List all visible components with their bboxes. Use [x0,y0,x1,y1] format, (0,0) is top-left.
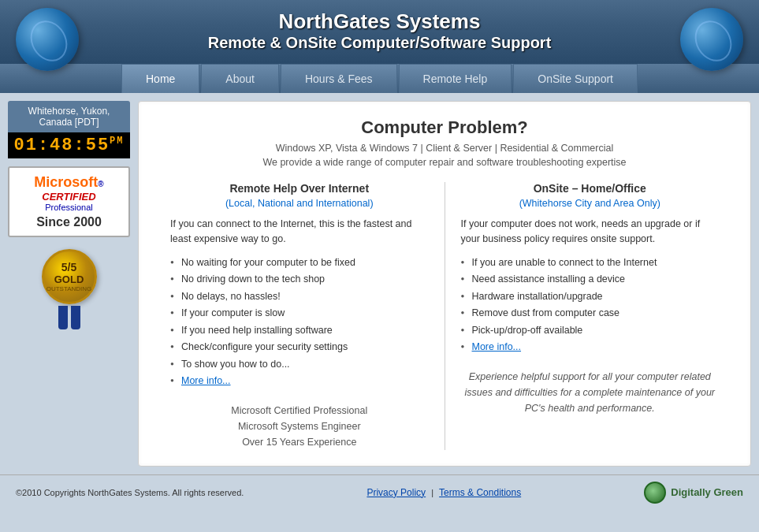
clock-time: 01:48:55 [13,136,110,155]
page-footer: ©2010 Copyrights NorthGates Systems. All… [0,474,759,510]
site-subtitle: Remote & OnSite Computer/Software Suppor… [16,34,743,52]
list-item: Need assistance installing a device [461,271,720,288]
list-item: Check/configure your security settings [170,339,429,356]
dg-badge: Digitally Green [644,482,743,504]
list-item: Pick-up/drop-off available [461,322,720,340]
onsite-column: OnSite – Home/Office (Whitehorse City an… [445,182,735,450]
ms-cert-box: Microsoft® CERTIFIED Professional Since … [8,166,130,237]
main-nav: Home About Hours & Fees Remote Help OnSi… [0,64,759,93]
privacy-policy-link[interactable]: Privacy Policy [366,487,426,498]
award-circle: 5/5 GOLD OUTSTANDING [42,249,97,304]
clock-display: 01:48:55PM [8,132,130,158]
content-title: Computer Problem? [154,117,735,138]
award-sub: OUTSTANDING [47,285,92,292]
ms-text: Microsoft® [14,174,124,191]
terms-conditions-link[interactable]: Terms & Conditions [439,487,521,498]
content-subtitle2: We provide a wide range of computer repa… [154,157,735,168]
remote-footer3: Over 15 Years Experience [170,434,429,450]
nav-about[interactable]: About [201,64,279,93]
dg-badge-text: Digitally Green [671,486,743,498]
since-text: Since 2000 [14,215,124,229]
ribbon-strip-left [58,306,68,329]
cert-text: CERTIFIED [14,191,124,203]
content-area: Computer Problem? Windows XP, Vista & Wi… [138,101,751,467]
ribbon-strip-right [71,306,80,329]
globe-right-icon [680,8,743,71]
dg-icon [644,482,666,504]
remote-bullets: No waiting for your computer to be fixed… [170,255,429,390]
nav-hours-fees[interactable]: Hours & Fees [281,64,397,93]
sidebar: Whitehorse, Yukon, Canada [PDT] 01:48:55… [8,101,130,467]
award-label: GOLD [54,273,84,285]
ribbon [8,306,130,329]
onsite-subtitle: (Whitehorse City and Area Only) [461,198,720,209]
footer-links: Privacy Policy | Terms & Conditions [366,487,521,498]
onsite-title: OnSite – Home/Office [461,182,720,195]
clock-pm: PM [110,136,124,147]
list-item: Hardware installation/upgrade [461,288,720,306]
remote-title: Remote Help Over Internet [170,182,429,195]
nav-onsite-support[interactable]: OnSite Support [513,64,638,93]
list-item: No driving down to the tech shop [170,271,429,288]
list-item: If you need help installing software [170,322,429,340]
content-subtitle1: Windows XP, Vista & Windows 7 | Client &… [154,143,735,154]
list-item: If your computer is slow [170,305,429,322]
site-title: NorthGates Systems [16,9,743,34]
header-text: NorthGates Systems Remote & OnSite Compu… [16,9,743,52]
nav-home[interactable]: Home [121,64,199,93]
two-columns: Remote Help Over Internet (Local, Nation… [154,182,735,450]
onsite-bullets: If you are unable to connect to the Inte… [461,255,720,356]
nav-remote-help[interactable]: Remote Help [399,64,512,93]
award-rating: 5/5 [61,261,76,273]
remote-desc: If you can connect to the Internet, this… [170,217,429,247]
list-item: No waiting for your computer to be fixed [170,255,429,272]
onsite-more-link[interactable]: More info... [472,341,522,352]
remote-footer: Microsoft Certified Professional Microso… [170,403,429,450]
remote-footer2: Microsoft Systems Engineer [170,419,429,434]
footer-separator: | [431,488,433,497]
onsite-desc: If your computer does not work, needs an… [461,217,720,247]
remote-footer1: Microsoft Certified Professional [170,403,429,419]
prof-text: Professional [14,203,124,212]
remote-help-column: Remote Help Over Internet (Local, Nation… [154,182,445,450]
list-item: To show you how to do... [170,356,429,374]
remote-more-link[interactable]: More info... [181,375,231,386]
list-item: No delays, no hassles! [170,288,429,306]
onsite-footer: Experience helpful support for all your … [461,369,720,416]
remote-subtitle: (Local, National and International) [170,198,429,209]
copyright-text: ©2010 Copyrights NorthGates Systems. All… [16,488,244,497]
list-item: Remove dust from computer case [461,305,720,322]
location-box: Whitehorse, Yukon, Canada [PDT] [8,101,130,132]
globe-left-icon [16,8,79,71]
main-layout: Whitehorse, Yukon, Canada [PDT] 01:48:55… [0,93,759,474]
list-item: More info... [170,373,429,390]
award-box: 5/5 GOLD OUTSTANDING [8,249,130,329]
page-header: NorthGates Systems Remote & OnSite Compu… [0,0,759,64]
list-item: If you are unable to connect to the Inte… [461,255,720,272]
list-item: More info... [461,339,720,356]
